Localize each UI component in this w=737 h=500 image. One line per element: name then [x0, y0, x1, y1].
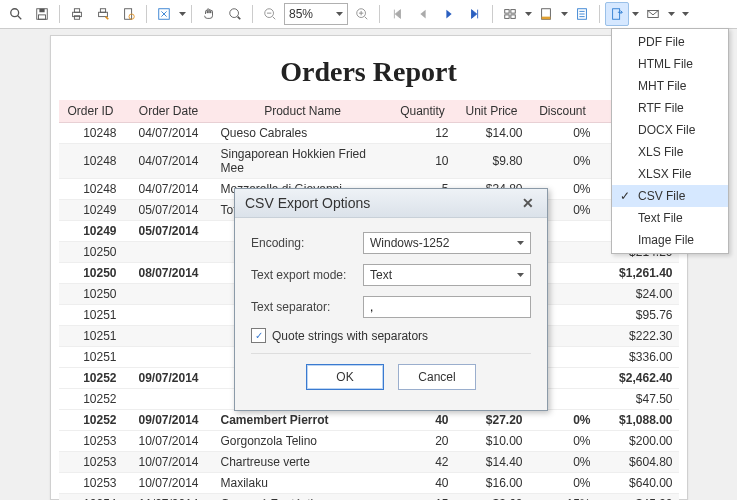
column-header: Quantity [391, 100, 455, 123]
email-dropdown-icon[interactable] [667, 12, 675, 16]
column-header: Unit Price [455, 100, 529, 123]
email-icon[interactable] [641, 2, 665, 26]
page-color-dropdown-icon[interactable] [560, 12, 568, 16]
toolbar: 85% [0, 0, 737, 29]
encoding-label: Encoding: [251, 236, 363, 250]
column-header: Discount [529, 100, 597, 123]
multipage-icon[interactable] [498, 2, 522, 26]
svg-rect-8 [99, 12, 108, 16]
table-row: 1025209/07/2014Camembert Pierrot40$27.20… [59, 410, 679, 431]
svg-rect-25 [511, 15, 515, 19]
save-icon[interactable] [30, 2, 54, 26]
svg-line-17 [273, 17, 276, 20]
quote-label: Quote strings with separators [272, 329, 428, 343]
page-setup-icon[interactable] [117, 2, 141, 26]
export-menu-item[interactable]: PDF File [612, 31, 728, 53]
ok-button[interactable]: OK [306, 364, 384, 390]
quick-print-icon[interactable] [91, 2, 115, 26]
export-menu-item[interactable]: CSV File [612, 185, 728, 207]
table-row: 1025310/07/2014Maxilaku40$16.000%$640.00 [59, 473, 679, 494]
svg-rect-6 [74, 9, 79, 13]
svg-line-1 [18, 16, 22, 20]
svg-rect-23 [511, 10, 515, 14]
export-icon[interactable] [605, 2, 629, 26]
column-header: Order ID [59, 100, 123, 123]
svg-point-13 [230, 9, 239, 18]
report-title: Orders Report [59, 56, 679, 88]
export-menu: PDF FileHTML FileMHT FileRTF FileDOCX Fi… [611, 28, 729, 254]
table-row: 1025310/07/2014Chartreuse verte42$14.400… [59, 452, 679, 473]
zoom-value: 85% [289, 7, 313, 21]
table-row: 1025411/07/2014Guaraná Fantástica15$3.60… [59, 494, 679, 501]
dialog-titlebar[interactable]: CSV Export Options ✕ [235, 189, 547, 218]
svg-rect-24 [505, 15, 509, 19]
svg-rect-3 [39, 9, 44, 13]
export-dropdown-icon[interactable] [631, 12, 639, 16]
export-menu-item[interactable]: Image File [612, 229, 728, 251]
page-color-icon[interactable] [534, 2, 558, 26]
table-row: 1025310/07/2014Gorgonzola Telino20$10.00… [59, 431, 679, 452]
hand-tool-icon[interactable] [197, 2, 221, 26]
scale-dropdown-icon[interactable] [178, 12, 186, 16]
svg-point-0 [11, 9, 19, 17]
next-page-icon[interactable] [437, 2, 461, 26]
export-menu-item[interactable]: Text File [612, 207, 728, 229]
export-menu-item[interactable]: DOCX File [612, 119, 728, 141]
export-menu-item[interactable]: XLS File [612, 141, 728, 163]
export-menu-item[interactable]: XLSX File [612, 163, 728, 185]
magnifier-icon[interactable] [223, 2, 247, 26]
close-icon[interactable]: ✕ [519, 195, 537, 211]
overflow-dropdown-icon[interactable] [681, 12, 689, 16]
scale-icon[interactable] [152, 2, 176, 26]
column-header: Order Date [123, 100, 215, 123]
svg-rect-4 [39, 15, 46, 19]
csv-export-dialog: CSV Export Options ✕ Encoding: Windows-1… [234, 188, 548, 411]
table-row: 1024804/07/2014Queso Cabrales12$14.000%$… [59, 123, 679, 144]
dialog-title-text: CSV Export Options [245, 195, 370, 211]
svg-line-21 [365, 17, 368, 20]
zoom-out-icon[interactable] [258, 2, 282, 26]
prev-page-icon[interactable] [411, 2, 435, 26]
svg-rect-22 [505, 10, 509, 14]
svg-line-14 [238, 17, 241, 20]
cancel-button[interactable]: Cancel [398, 364, 476, 390]
svg-rect-9 [100, 9, 105, 13]
multipage-dropdown-icon[interactable] [524, 12, 532, 16]
encoding-combo[interactable]: Windows-1252 [363, 232, 531, 254]
zoom-combo[interactable]: 85% [284, 3, 348, 25]
export-menu-item[interactable]: MHT File [612, 75, 728, 97]
first-page-icon[interactable] [385, 2, 409, 26]
last-page-icon[interactable] [463, 2, 487, 26]
search-icon[interactable] [4, 2, 28, 26]
export-menu-item[interactable]: RTF File [612, 97, 728, 119]
table-row: 1024804/07/2014Singaporean Hokkien Fried… [59, 144, 679, 179]
export-menu-item[interactable]: HTML File [612, 53, 728, 75]
zoom-in-icon[interactable] [350, 2, 374, 26]
separator-label: Text separator: [251, 300, 363, 314]
svg-rect-32 [613, 9, 620, 20]
quote-checkbox[interactable]: ✓ [251, 328, 266, 343]
mode-combo[interactable]: Text [363, 264, 531, 286]
column-header: Product Name [215, 100, 391, 123]
watermark-icon[interactable] [570, 2, 594, 26]
mode-label: Text export mode: [251, 268, 363, 282]
separator-input[interactable] [363, 296, 531, 318]
print-icon[interactable] [65, 2, 89, 26]
svg-rect-27 [542, 17, 551, 20]
